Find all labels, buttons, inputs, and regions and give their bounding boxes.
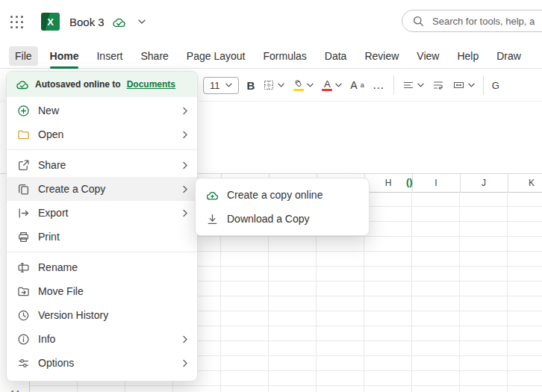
options-icon: [17, 357, 30, 370]
title-chevron-down-icon[interactable]: [138, 19, 146, 24]
tab-view[interactable]: View: [411, 46, 445, 66]
chevron-down-icon: [468, 83, 475, 87]
wrap-text-icon: [432, 79, 444, 91]
fill-color-swatch: [293, 89, 304, 91]
column-header-i[interactable]: I: [412, 174, 460, 192]
submenu-chevron-icon: [183, 359, 188, 367]
submenu-item-download-a-copy[interactable]: Download a Copy: [196, 207, 369, 231]
column-header-j[interactable]: J: [460, 174, 508, 192]
printer-icon: [17, 231, 30, 243]
cloud-plus-icon: [206, 189, 219, 202]
tab-draw[interactable]: Draw: [490, 46, 527, 66]
tab-insert[interactable]: Insert: [90, 46, 128, 66]
chevron-down-icon: [335, 83, 342, 87]
submenu-chevron-icon: [183, 185, 188, 193]
submenu-chevron-icon: [183, 131, 188, 139]
tab-page-layout[interactable]: Page Layout: [181, 46, 252, 66]
excel-online-window: H I J K () 14 X Book 3: [0, 0, 542, 392]
cloud-check-icon: [16, 79, 29, 90]
file-menu-item-share[interactable]: Share: [7, 153, 197, 177]
copy-icon: [17, 183, 30, 196]
more-font-options-button[interactable]: …: [373, 78, 385, 92]
file-menu-item-options[interactable]: Options: [7, 351, 197, 375]
info-icon: [17, 333, 30, 346]
folder-move-icon: [17, 285, 30, 298]
submenu-chevron-icon: [183, 107, 188, 115]
search-input[interactable]: [431, 15, 542, 28]
font-color-button[interactable]: A: [322, 80, 342, 91]
wrap-text-button[interactable]: [432, 79, 444, 91]
ribbon-divider: [393, 75, 394, 95]
file-menu-item-create-a-copy[interactable]: Create a Copy: [7, 177, 197, 201]
tab-file[interactable]: File: [9, 46, 38, 66]
submenu-chevron-icon: [183, 209, 188, 217]
file-menu-item-version-history[interactable]: Version History: [7, 303, 197, 327]
row-header-14[interactable]: 14: [0, 386, 30, 392]
file-menu-item-export[interactable]: Export: [7, 201, 197, 225]
file-menu-item-print[interactable]: Print: [7, 225, 197, 249]
font-size-dropdown[interactable]: 11: [203, 77, 239, 94]
search-box[interactable]: [402, 10, 542, 32]
autosave-banner: Autosaved online to Documents: [7, 72, 197, 97]
change-case-button[interactable]: Aa: [350, 79, 364, 91]
merge-cells-button[interactable]: [452, 79, 475, 91]
folder-icon: [17, 128, 30, 141]
file-menu-item-rename[interactable]: Rename: [7, 255, 197, 279]
chevron-down-icon: [225, 83, 232, 87]
menu-bar: File Home Insert Share Page Layout Formu…: [0, 43, 542, 69]
cloud-saved-icon: [112, 16, 126, 28]
borders-icon: [263, 79, 275, 91]
submenu-chevron-icon: [183, 335, 188, 343]
download-icon: [206, 213, 219, 225]
documents-link[interactable]: Documents: [127, 79, 175, 90]
file-menu: Autosaved online to Documents New Open: [6, 71, 198, 382]
plus-circle-icon: [17, 105, 30, 117]
menu-divider: [7, 149, 197, 150]
history-icon: [17, 309, 30, 322]
tab-home[interactable]: Home: [44, 46, 85, 66]
excel-logo-icon[interactable]: X: [41, 13, 60, 31]
tab-help[interactable]: Help: [451, 46, 485, 66]
number-format-dropdown[interactable]: G: [492, 80, 499, 91]
tab-data[interactable]: Data: [319, 46, 353, 66]
tab-formulas[interactable]: Formulas: [257, 46, 312, 66]
column-header-k[interactable]: K: [508, 174, 542, 192]
fill-bucket-icon: [293, 79, 304, 88]
column-header-h[interactable]: H: [364, 174, 412, 192]
ribbon-divider: [483, 75, 484, 95]
merge-cells-icon: [452, 79, 465, 91]
tab-review[interactable]: Review: [358, 46, 405, 66]
rename-icon: [17, 261, 30, 274]
export-icon: [17, 207, 30, 220]
menu-divider: [7, 252, 197, 252]
column-selection-marker: (): [406, 176, 413, 187]
file-menu-item-open[interactable]: Open: [7, 122, 197, 146]
file-menu-item-new[interactable]: New: [7, 99, 197, 122]
borders-button[interactable]: [263, 79, 284, 91]
align-left-icon: [402, 79, 414, 91]
tab-share[interactable]: Share: [134, 46, 174, 66]
submenu-item-create-a-copy-online[interactable]: Create a copy online: [196, 183, 369, 207]
search-icon: [413, 16, 424, 27]
font-color-letter: A: [324, 80, 331, 88]
submenu-chevron-icon: [183, 161, 188, 169]
bold-button[interactable]: B: [247, 79, 255, 92]
chevron-down-icon: [417, 83, 424, 87]
font-size-value: 11: [210, 80, 220, 91]
font-color-swatch: [322, 89, 332, 91]
fill-color-button[interactable]: [293, 79, 314, 91]
top-bar: X Book 3: [0, 0, 542, 43]
align-button[interactable]: [402, 79, 424, 91]
workbook-title[interactable]: Book 3: [69, 16, 105, 28]
app-launcher-icon[interactable]: [10, 16, 23, 28]
autosave-text: Autosaved online to: [35, 79, 121, 90]
create-a-copy-submenu: Create a copy online Download a Copy: [195, 178, 370, 236]
file-menu-item-move-file[interactable]: Move File: [7, 279, 197, 303]
file-menu-item-info[interactable]: Info: [7, 327, 197, 351]
chevron-down-icon: [278, 83, 284, 87]
chevron-down-icon: [307, 83, 314, 87]
share-icon: [17, 159, 30, 172]
